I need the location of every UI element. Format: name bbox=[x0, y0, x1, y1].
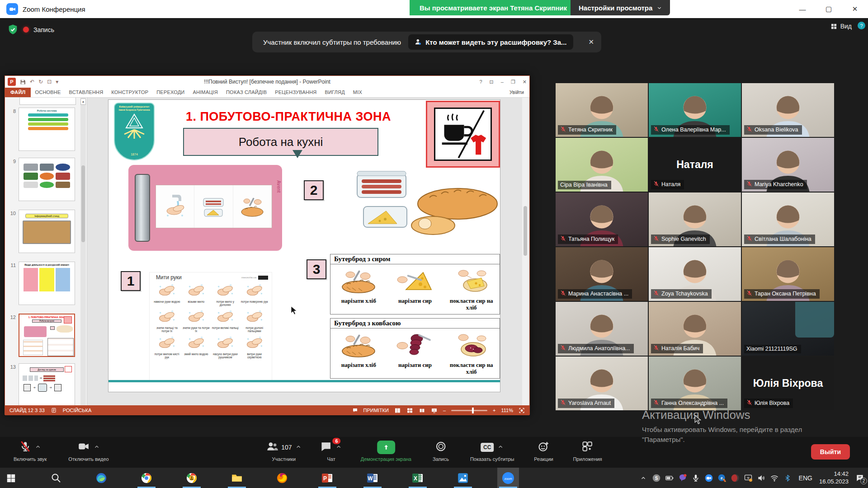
ppt-ribbon-options-icon[interactable]: ⊡ bbox=[490, 79, 494, 85]
tray-bluetooth[interactable] bbox=[783, 474, 792, 483]
reading-view-icon[interactable] bbox=[419, 408, 425, 413]
taskbar-item-search[interactable] bbox=[45, 468, 67, 488]
taskbar-item-excel[interactable]: X bbox=[407, 468, 429, 488]
ribbon-tab-8[interactable]: ВИГЛЯД bbox=[321, 88, 349, 97]
participant-tile[interactable]: Марина Анастасівна ... bbox=[556, 247, 648, 301]
taskbar-item-word[interactable]: W bbox=[362, 468, 383, 488]
chevron-up-icon[interactable] bbox=[94, 443, 100, 451]
slide-thumbnail-11[interactable]: Види діяльності в ресурсній кімнаті bbox=[19, 262, 75, 305]
tray-skype[interactable]: S bbox=[652, 474, 661, 483]
participant-tile[interactable]: Татьяна Полищук bbox=[556, 192, 648, 246]
participant-tile[interactable]: Ганна Олександрівна ... bbox=[649, 357, 741, 410]
toolbar-share-screen[interactable]: Демонстрация экрана bbox=[361, 441, 411, 462]
participant-tile[interactable]: Тетяна Скрипник bbox=[556, 83, 648, 137]
taskbar-item-chrome[interactable] bbox=[136, 468, 157, 488]
maximize-button[interactable]: ▢ bbox=[816, 0, 842, 18]
ribbon-tab-7[interactable]: РЕЦЕНЗУВАННЯ bbox=[271, 88, 321, 97]
ppt-help-icon[interactable]: ? bbox=[479, 79, 482, 85]
taskbar-item-edge[interactable] bbox=[90, 468, 112, 488]
slide-thumbnail-8[interactable]: Робоча система bbox=[19, 108, 75, 151]
proofing-language[interactable]: РОСІЙСЬКА bbox=[63, 408, 91, 413]
chevron-up-icon[interactable] bbox=[296, 443, 302, 451]
toolbar-mic-muted[interactable]: Включить звук bbox=[14, 441, 47, 462]
tray-mic-tray[interactable] bbox=[691, 474, 700, 483]
ribbon-tab-0[interactable]: ФАЙЛ bbox=[5, 88, 31, 97]
participant-tile[interactable]: Zoya Tchaykovska bbox=[649, 247, 741, 301]
thumbnail-partial[interactable] bbox=[19, 98, 76, 105]
participant-tile[interactable]: Сіра Віра Іванівна bbox=[556, 138, 648, 192]
participant-tile[interactable]: Олена Валеріївна Мар... bbox=[649, 83, 741, 137]
leave-button[interactable]: Выйти bbox=[811, 444, 850, 460]
scroll-up-icon[interactable]: ▲ bbox=[80, 99, 86, 105]
zoom-percentage[interactable]: 111% bbox=[501, 408, 513, 413]
participant-tile[interactable]: Yaroslava Arnaut bbox=[556, 357, 648, 410]
fit-slide-icon[interactable] bbox=[519, 408, 525, 413]
view-settings-button[interactable]: Настройки просмотра bbox=[571, 0, 670, 15]
participant-tile[interactable]: Sophie Ganevitch bbox=[649, 192, 741, 246]
notification-close-icon[interactable]: ✕ bbox=[588, 38, 594, 46]
view-button[interactable]: Вид bbox=[830, 23, 852, 30]
toolbar-chat[interactable]: Чат6 bbox=[319, 441, 344, 462]
slide-thumbnail-10[interactable]: Інформаційний стенд bbox=[19, 210, 75, 253]
participant-tile[interactable]: Oksana Bielikova bbox=[742, 83, 834, 137]
minimize-button[interactable]: — bbox=[789, 0, 816, 18]
tray-ccleaner[interactable] bbox=[731, 474, 740, 483]
tray-battery[interactable] bbox=[665, 474, 674, 483]
normal-view-icon[interactable] bbox=[394, 408, 401, 413]
tray-tray-chevron[interactable] bbox=[639, 474, 648, 483]
participant-tile[interactable]: Таран Оксана Петрівна bbox=[742, 247, 834, 301]
participant-tile[interactable]: Mariya Kharchenko bbox=[742, 138, 834, 192]
language-indicator[interactable]: ENG bbox=[799, 474, 812, 482]
action-center-icon[interactable]: 2 bbox=[855, 474, 864, 483]
ribbon-tab-5[interactable]: АНІМАЦІЯ bbox=[189, 88, 222, 97]
taskbar-item-start[interactable] bbox=[0, 468, 22, 488]
toolbar-record[interactable]: Запись bbox=[429, 441, 453, 462]
participant-tile[interactable]: Наталія Бабич bbox=[649, 302, 741, 356]
ribbon-tab-2[interactable]: ВСТАВЛЕННЯ bbox=[65, 88, 108, 97]
tray-cast[interactable] bbox=[744, 474, 753, 483]
ribbon-tab-6[interactable]: ПОКАЗ СЛАЙДІВ bbox=[222, 88, 271, 97]
taskbar-item-powerpoint[interactable]: P bbox=[316, 468, 338, 488]
slide-thumbnail-9[interactable] bbox=[19, 158, 75, 201]
help-bubble[interactable]: ? bbox=[858, 22, 865, 29]
toolbar-captions[interactable]: CC Показать субтитры bbox=[470, 441, 514, 462]
participant-tile[interactable]: НаталяНаталя bbox=[649, 138, 741, 192]
tray-browser-e[interactable]: e bbox=[717, 474, 726, 483]
chevron-up-icon[interactable] bbox=[336, 443, 342, 451]
toolbar-camera[interactable]: Отключить видео bbox=[68, 441, 108, 462]
taskbar-item-zoom-app[interactable]: zoom bbox=[497, 468, 519, 488]
tray-speaker[interactable] bbox=[757, 474, 766, 483]
participant-tile[interactable]: Xiaomi 21121119SG bbox=[742, 302, 834, 356]
taskbar-item-photos[interactable] bbox=[452, 468, 474, 488]
toolbar-apps[interactable]: Приложения bbox=[573, 441, 602, 462]
toolbar-reactions[interactable]: Реакции bbox=[531, 441, 556, 462]
taskbar-item-explorer[interactable] bbox=[226, 468, 248, 488]
tray-wifi[interactable] bbox=[770, 474, 779, 483]
taskbar-clock[interactable]: 14:42 16.05.2023 bbox=[819, 470, 849, 486]
slide-thumbnail-13[interactable]: Догляд за одягом ➜ ➜➜ bbox=[19, 363, 75, 405]
sign-in-button[interactable]: Увійти bbox=[504, 88, 529, 97]
notes-toggle[interactable]: ПРИМІТКИ bbox=[363, 408, 389, 413]
close-button[interactable]: ✕ bbox=[842, 0, 868, 18]
slide-sorter-icon[interactable] bbox=[406, 408, 413, 413]
ribbon-tab-1[interactable]: ОСНОВНЕ bbox=[31, 88, 65, 97]
taskbar-item-chrome-profile[interactable] bbox=[181, 468, 203, 488]
ribbon-tab-9[interactable]: MIX bbox=[349, 88, 366, 97]
ribbon-tab-4[interactable]: ПЕРЕХОДИ bbox=[152, 88, 189, 97]
chevron-up-icon[interactable] bbox=[35, 443, 41, 451]
participant-tile[interactable]: Юлія ВіхроваЮлія Віхрова bbox=[742, 357, 834, 410]
zoom-out-icon[interactable]: – bbox=[443, 408, 446, 413]
ppt-restore-button[interactable]: ❐ bbox=[511, 79, 515, 85]
participant-tile[interactable]: Світлана Шалабоніна bbox=[742, 192, 834, 246]
slideshow-view-icon[interactable] bbox=[431, 408, 438, 413]
chevron-up-icon[interactable] bbox=[497, 443, 504, 451]
slide-thumbnail-12[interactable]: 1. ПОБУТОВО-ПРАКТИЧНА ЗОНА Робота на кух… bbox=[19, 314, 75, 357]
participant-tile[interactable]: Людмила Анатоліївна... bbox=[556, 302, 648, 356]
captions-who-button[interactable]: Кто может видеть эту расшифровку? За... bbox=[408, 34, 573, 50]
ppt-minimize-button[interactable]: – bbox=[501, 79, 504, 85]
tray-zoom-tray[interactable] bbox=[704, 474, 713, 483]
ribbon-tab-3[interactable]: КОНСТРУКТОР bbox=[107, 88, 152, 97]
toolbar-participants[interactable]: 107 Участники bbox=[266, 441, 302, 462]
ppt-close-button[interactable]: ✕ bbox=[523, 79, 527, 85]
tray-viber[interactable] bbox=[678, 474, 687, 483]
